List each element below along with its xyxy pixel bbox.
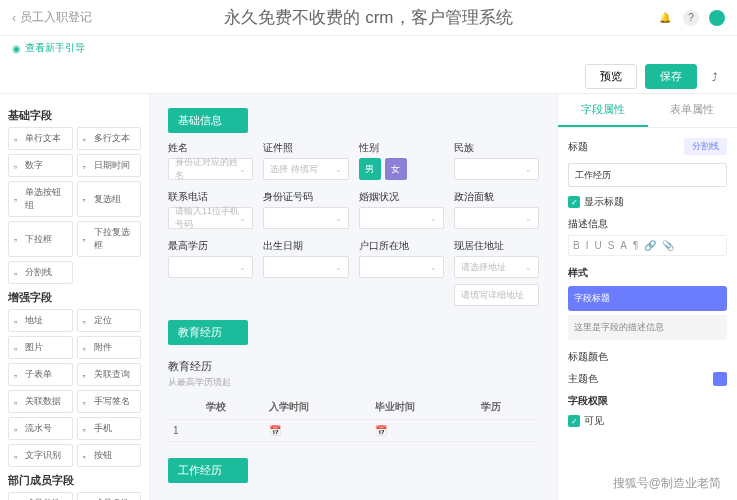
form-field[interactable]: 出生日期⌄ [263, 239, 348, 306]
field-type[interactable]: ▫单选按钮组 [8, 181, 73, 217]
edu-sub: 从最高学历填起 [168, 376, 539, 389]
field-icon: ▫ [83, 162, 91, 170]
form-field[interactable]: 姓名身份证对应的姓名⌄ [168, 141, 253, 180]
field-icon: ▫ [14, 135, 22, 143]
field-type[interactable]: ▫多行文本 [77, 127, 142, 150]
visible-checkbox[interactable]: ✓可见 [568, 414, 727, 428]
field-icon: ▫ [83, 135, 91, 143]
table-header: 毕业时间 [370, 395, 476, 420]
form-field[interactable]: 现居住地址请选择地址⌄请填写详细地址 [454, 239, 539, 306]
field-type[interactable]: ▫日期时间 [77, 154, 142, 177]
chevron-down-icon: ⌄ [239, 263, 246, 272]
field-icon: ▫ [83, 195, 91, 203]
save-button[interactable]: 保存 [645, 64, 697, 89]
chevron-down-icon: ⌄ [335, 263, 342, 272]
field-input[interactable]: ⌄ [359, 256, 444, 278]
field-icon: ▫ [14, 425, 22, 433]
field-type[interactable]: ▫定位 [77, 309, 142, 332]
tab-form-props[interactable]: 表单属性 [648, 94, 738, 127]
guide-link[interactable]: ◉查看新手引导 [0, 36, 737, 60]
form-field[interactable]: 联系电话请输入11位手机号码⌄ [168, 190, 253, 229]
form-field[interactable]: 最高学历⌄ [168, 239, 253, 306]
field-label: 出生日期 [263, 239, 348, 253]
form-field[interactable]: 性别男女 [359, 141, 444, 180]
chevron-down-icon: ⌄ [335, 165, 342, 174]
watermark: 搜狐号@制造业老简 [607, 473, 727, 494]
form-field[interactable]: 民族⌄ [454, 141, 539, 180]
field-icon: ▫ [83, 235, 91, 243]
form-field[interactable]: 身份证号码⌄ [263, 190, 348, 229]
field-input[interactable]: ⌄ [359, 207, 444, 229]
field-icon: ▫ [83, 344, 91, 352]
theme-color-label: 主题色 [568, 372, 598, 386]
field-type[interactable]: ▫子表单 [8, 363, 73, 386]
field-input[interactable]: 身份证对应的姓名⌄ [168, 158, 253, 180]
preview-button[interactable]: 预览 [585, 64, 637, 89]
show-title-checkbox[interactable]: ✓显示标题 [568, 195, 727, 209]
table-header: 学历 [476, 395, 539, 420]
field-label: 联系电话 [168, 190, 253, 204]
field-input[interactable]: 请选择地址⌄ [454, 256, 539, 278]
form-field[interactable]: 政治面貌⌄ [454, 190, 539, 229]
field-type[interactable]: ▫分割线 [8, 261, 73, 284]
bell-icon[interactable]: 🔔 [657, 10, 673, 26]
form-field[interactable]: 婚姻状况⌄ [359, 190, 444, 229]
share-icon[interactable]: ⤴ [705, 71, 725, 83]
left-sidebar: 基础字段▫单行文本▫多行文本▫数字▫日期时间▫单选按钮组▫复选组▫下拉框▫下拉复… [0, 94, 150, 500]
field-icon: ▫ [14, 452, 22, 460]
field-input[interactable]: ⌄ [454, 207, 539, 229]
field-type[interactable]: ▫关联数据 [8, 390, 73, 413]
field-type[interactable]: ▫手机 [77, 417, 142, 440]
color-swatch[interactable] [713, 372, 727, 386]
title-input[interactable]: 工作经历 [568, 163, 727, 187]
field-type[interactable]: ▫成员多选 [77, 492, 142, 500]
field-type[interactable]: ▫流水号 [8, 417, 73, 440]
field-type[interactable]: ▫图片 [8, 336, 73, 359]
style-label: 样式 [568, 266, 727, 280]
rich-toolbar[interactable]: BIUSA¶🔗📎 [568, 235, 727, 256]
field-input[interactable]: 选择 待填写⌄ [263, 158, 348, 180]
field-input[interactable]: 请输入11位手机号码⌄ [168, 207, 253, 229]
field-type[interactable]: ▫数字 [8, 154, 73, 177]
style-preview-sub: 这里是字段的描述信息 [568, 315, 727, 340]
back-button[interactable]: ‹员工入职登记 [12, 9, 92, 26]
field-icon: ▫ [14, 162, 22, 170]
field-type[interactable]: ▫按钮 [77, 444, 142, 467]
field-input[interactable]: ⌄ [168, 256, 253, 278]
field-type[interactable]: ▫单行文本 [8, 127, 73, 150]
field-type[interactable]: ▫下拉复选框 [77, 221, 142, 257]
title-label: 标题 [568, 140, 588, 154]
field-input[interactable]: ⌄ [263, 207, 348, 229]
field-type[interactable]: ▫下拉框 [8, 221, 73, 257]
chevron-left-icon: ‹ [12, 11, 16, 25]
field-type[interactable]: ▫附件 [77, 336, 142, 359]
radio-option[interactable]: 女 [385, 158, 407, 180]
style-preview-head[interactable]: 字段标题 [568, 286, 727, 311]
section-basic[interactable]: 基础信息 [168, 108, 248, 133]
field-type[interactable]: ▫复选组 [77, 181, 142, 217]
field-type[interactable]: ▫成员单选 [8, 492, 73, 500]
field-type[interactable]: ▫文字识别 [8, 444, 73, 467]
tab-field-props[interactable]: 字段属性 [558, 94, 648, 127]
chevron-down-icon: ⌄ [525, 214, 532, 223]
form-field[interactable]: 户口所在地⌄ [359, 239, 444, 306]
field-icon: ▫ [14, 269, 22, 277]
field-icon: ▫ [83, 317, 91, 325]
field-input[interactable]: ⌄ [454, 158, 539, 180]
table-row[interactable]: 1📅📅 [168, 420, 539, 442]
field-type[interactable]: ▫地址 [8, 309, 73, 332]
section-edu[interactable]: 教育经历 [168, 320, 248, 345]
field-type[interactable]: ▫手写签名 [77, 390, 142, 413]
field-type[interactable]: ▫关联查询 [77, 363, 142, 386]
desc-label: 描述信息 [568, 217, 727, 231]
field-input[interactable]: 请填写详细地址 [454, 284, 539, 306]
help-icon[interactable]: ? [683, 10, 699, 26]
radio-option[interactable]: 男 [359, 158, 381, 180]
form-canvas: 基础信息 姓名身份证对应的姓名⌄证件照选择 待填写⌄性别男女民族⌄联系电话请输入… [150, 94, 557, 500]
field-icon: ▫ [14, 371, 22, 379]
section-work[interactable]: 工作经历 [168, 458, 248, 483]
field-input[interactable]: ⌄ [263, 256, 348, 278]
group-title: 增强字段 [8, 290, 141, 305]
form-field[interactable]: 证件照选择 待填写⌄ [263, 141, 348, 180]
avatar[interactable] [709, 10, 725, 26]
